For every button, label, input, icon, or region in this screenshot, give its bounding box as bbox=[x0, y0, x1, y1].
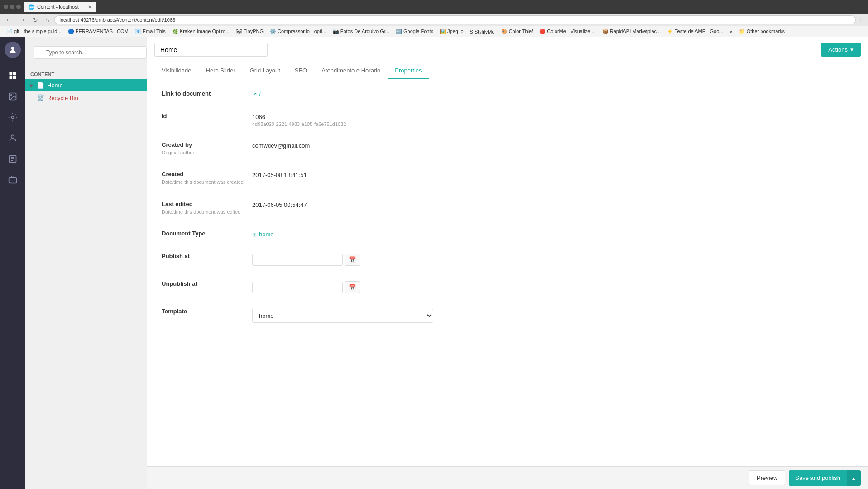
browser-tab-close[interactable]: ✕ bbox=[88, 5, 91, 10]
reload-button[interactable]: ↻ bbox=[31, 15, 40, 24]
prop-unpublish-at: Unpublish at 📅 bbox=[162, 280, 854, 293]
actions-label: Actions bbox=[828, 46, 848, 53]
bookmark-jpeg[interactable]: 🖼️ Jpeg.io bbox=[437, 28, 466, 35]
tab-visibilidade[interactable]: Visibilidade bbox=[154, 62, 199, 79]
prop-value-col-id: 1066 4d98a020-2221-4983-a105-fa6e751d103… bbox=[252, 113, 854, 127]
publish-at-input[interactable] bbox=[252, 254, 343, 266]
link-to-document-label: Link to document bbox=[162, 90, 252, 97]
bookmark-star-icon[interactable]: ☆ bbox=[859, 17, 864, 23]
prop-value-col-unpublish-at: 📅 bbox=[252, 280, 854, 293]
tree-item-recycle-bin[interactable]: ▶ 🗑️ Recycle Bin bbox=[25, 91, 147, 104]
properties-content: Link to document ↗ / Id 1066 4d98a020-22… bbox=[147, 79, 868, 466]
unpublish-at-label: Unpublish at bbox=[162, 280, 252, 287]
bookmark-rapidapi[interactable]: 📦 RapidAPI Marketplac... bbox=[599, 28, 664, 35]
prop-label-col-publish-at: Publish at bbox=[162, 253, 252, 261]
prop-value-col-created-by: comwdev@gmail.com bbox=[252, 141, 854, 149]
prop-created: Created Date/time this document was crea… bbox=[162, 171, 854, 186]
link-to-document-link[interactable]: ↗ / bbox=[252, 91, 854, 98]
bookmarks-bar: 📄 git - the simple guid... 🔵 FERRAMENTAS… bbox=[0, 26, 868, 37]
save-and-publish-button[interactable]: Save and publish bbox=[789, 470, 847, 486]
prop-link-to-document: Link to document ↗ / bbox=[162, 90, 854, 98]
last-edited-sublabel: Date/time this document was edited bbox=[162, 209, 252, 216]
unpublish-at-calendar-button[interactable]: 📅 bbox=[345, 281, 360, 293]
preview-button[interactable]: Preview bbox=[749, 470, 785, 485]
publish-dropdown-button[interactable]: ▲ bbox=[847, 470, 861, 486]
template-select[interactable]: home bbox=[252, 309, 433, 323]
forward-button[interactable]: → bbox=[17, 15, 27, 24]
actions-button[interactable]: Actions ▾ bbox=[821, 43, 861, 57]
bottom-bar: Preview Save and publish ▲ bbox=[147, 466, 868, 489]
sidebar-icon-settings[interactable] bbox=[0, 107, 25, 128]
id-secondary: 4d98a020-2221-4983-a105-fa6e751d1032 bbox=[252, 121, 854, 127]
svg-point-8 bbox=[11, 135, 14, 138]
prop-created-by: Created by Original author comwdev@gmail… bbox=[162, 141, 854, 156]
page-title-input[interactable] bbox=[154, 43, 268, 57]
bookmark-google-fonts[interactable]: 🔤 Google Fonts bbox=[393, 28, 436, 35]
content-sidebar: 🔍 Content ▶ 📄 Home ▶ 🗑️ Recycle Bin bbox=[25, 37, 147, 489]
prop-label-col-last-edited: Last edited Date/time this document was … bbox=[162, 201, 252, 216]
grid-icon: ⊞ bbox=[252, 231, 257, 238]
bookmark-stylify[interactable]: S StylifyMe bbox=[467, 28, 498, 35]
sidebar-icon-content[interactable] bbox=[0, 65, 25, 86]
bookmark-amp[interactable]: ⚡ Teste de AMP - Goo... bbox=[664, 28, 726, 35]
bookmark-color-thief[interactable]: 🎨 Color Thief bbox=[499, 28, 536, 35]
prop-document-type: Document Type ⊞ home bbox=[162, 230, 854, 238]
main-content: Actions ▾ Visibilidade Hero Slider Grid … bbox=[147, 37, 868, 489]
bookmark-more[interactable]: » bbox=[727, 28, 735, 35]
prop-label-col-link: Link to document bbox=[162, 90, 252, 98]
browser-dots bbox=[4, 5, 21, 9]
bookmark-kraken[interactable]: 🌿 Kraken Image Optim... bbox=[169, 28, 232, 35]
sidebar-icon-deploy[interactable] bbox=[0, 169, 25, 190]
created-by-sublabel: Original author bbox=[162, 149, 252, 156]
publish-at-label: Publish at bbox=[162, 253, 252, 259]
prop-template: Template home bbox=[162, 308, 854, 323]
address-input[interactable]: localhost:49276/umbraco#/content/content… bbox=[54, 15, 856, 24]
prop-label-col-created: Created Date/time this document was crea… bbox=[162, 171, 252, 186]
document-type-label: Document Type bbox=[162, 230, 252, 237]
home-button[interactable]: ⌂ bbox=[43, 15, 51, 24]
document-type-link[interactable]: ⊞ home bbox=[252, 231, 854, 238]
sidebar-icon-forms[interactable] bbox=[0, 149, 25, 169]
bookmark-email[interactable]: 📧 Email This bbox=[132, 28, 168, 35]
app-container: 🔍 Content ▶ 📄 Home ▶ 🗑️ Recycle Bin Acti… bbox=[0, 37, 868, 489]
recycle-bin-icon: 🗑️ bbox=[37, 94, 44, 101]
publish-at-calendar-button[interactable]: 📅 bbox=[345, 254, 360, 266]
publish-at-input-group: 📅 bbox=[252, 254, 854, 266]
tab-atendimento[interactable]: Atendimento e Horario bbox=[314, 62, 388, 79]
svg-rect-1 bbox=[9, 72, 12, 76]
search-input[interactable] bbox=[34, 46, 147, 59]
bookmark-fotos[interactable]: 📷 Fotos De Arquivo Gr... bbox=[330, 28, 392, 35]
bookmark-git[interactable]: 📄 git - the simple guid... bbox=[4, 28, 64, 35]
prop-value-col-link: ↗ / bbox=[252, 90, 854, 98]
browser-tab-icon: 🌐 bbox=[28, 4, 34, 10]
bookmark-other[interactable]: 📁 Other bookmarks bbox=[736, 28, 787, 35]
tab-grid-layout[interactable]: Grid Layout bbox=[243, 62, 288, 79]
sidebar-icon-media[interactable] bbox=[0, 86, 25, 107]
tab-properties[interactable]: Properties bbox=[388, 62, 429, 79]
prop-label-col-id: Id bbox=[162, 113, 252, 121]
id-value: 1066 bbox=[252, 114, 854, 120]
svg-point-6 bbox=[10, 95, 11, 96]
tree-item-home[interactable]: ▶ 📄 Home bbox=[25, 79, 147, 91]
link-to-document-value: / bbox=[259, 91, 261, 98]
tab-hero-slider[interactable]: Hero Slider bbox=[199, 62, 243, 79]
bookmark-colorme[interactable]: 🔴 ColorMe - Visualize ... bbox=[537, 28, 598, 35]
user-avatar[interactable] bbox=[5, 42, 21, 58]
created-by-value: comwdev@gmail.com bbox=[252, 142, 854, 149]
id-label: Id bbox=[162, 113, 252, 120]
document-type-value: home bbox=[259, 231, 274, 238]
prop-id: Id 1066 4d98a020-2221-4983-a105-fa6e751d… bbox=[162, 113, 854, 127]
last-edited-value: 2017-06-05 00:54:47 bbox=[252, 201, 854, 208]
tab-seo[interactable]: SEO bbox=[288, 62, 314, 79]
prop-value-col-created: 2017-05-08 18:41:51 bbox=[252, 171, 854, 178]
svg-rect-13 bbox=[9, 178, 16, 183]
prop-publish-at: Publish at 📅 bbox=[162, 253, 854, 266]
sidebar-icon-users[interactable] bbox=[0, 128, 25, 149]
bookmark-ferramentas[interactable]: 🔵 FERRAMENTAS | COM bbox=[65, 28, 131, 35]
bookmark-compressor[interactable]: ⚙️ Compressor.io - opti... bbox=[267, 28, 329, 35]
bookmark-tinypng[interactable]: 🐼 TinyPNG bbox=[233, 28, 266, 35]
browser-tab[interactable]: 🌐 Content - localhost ✕ bbox=[24, 2, 96, 12]
address-bar: ← → ↻ ⌂ localhost:49276/umbraco#/content… bbox=[0, 14, 868, 26]
unpublish-at-input[interactable] bbox=[252, 282, 343, 293]
back-button[interactable]: ← bbox=[4, 15, 14, 24]
